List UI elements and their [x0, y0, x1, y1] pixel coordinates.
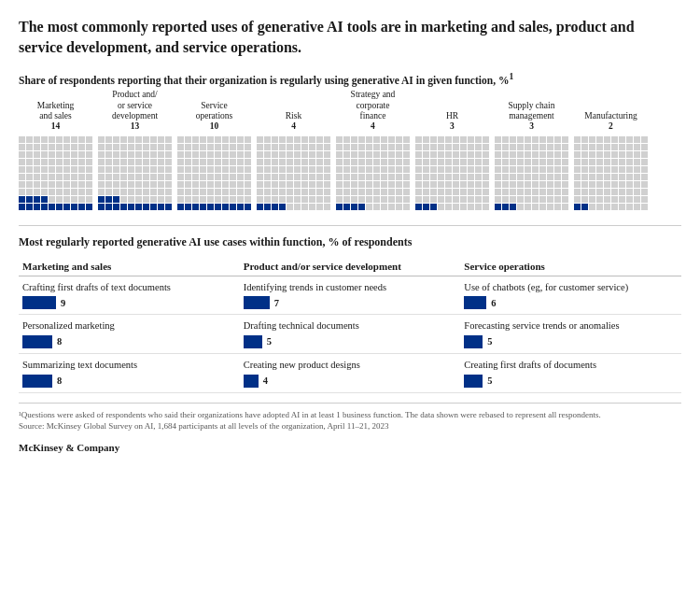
waffle-cell	[264, 151, 271, 158]
waffle-cell	[120, 189, 127, 195]
waffle-cell	[403, 204, 410, 210]
waffle-cell	[309, 144, 315, 150]
waffle-cell	[525, 166, 531, 173]
waffle-cell	[215, 136, 221, 143]
waffle-cell	[245, 144, 251, 150]
waffle-cell	[135, 174, 142, 180]
waffle-cell	[279, 159, 286, 165]
waffle-cell	[532, 166, 539, 173]
waffle-cell	[165, 181, 172, 188]
waffle-cell	[165, 204, 172, 210]
waffle-cell	[128, 189, 134, 195]
waffle-cell	[468, 151, 474, 158]
waffle-cell	[78, 144, 85, 150]
waffle-cell	[185, 181, 191, 188]
use-item: Creating new product designs4	[240, 354, 461, 393]
waffle-cell	[41, 159, 48, 165]
waffle-cell	[589, 189, 595, 195]
waffle-cell	[26, 174, 33, 180]
waffle-cell	[309, 151, 315, 158]
waffle-cell	[78, 166, 85, 173]
waffle-cell	[150, 181, 157, 188]
waffle-cell	[215, 204, 221, 210]
waffle-cell	[294, 144, 301, 150]
waffle-cell	[78, 204, 85, 210]
waffle-cell	[301, 166, 308, 173]
waffle-col: Risk4	[257, 111, 330, 210]
waffle-cell	[510, 189, 516, 195]
waffle-cell	[34, 196, 40, 203]
waffle-grid	[415, 136, 489, 210]
use-item: Identifying trends in customer needs7	[240, 276, 461, 316]
waffle-cell	[539, 174, 546, 180]
use-item-num: 5	[487, 375, 492, 386]
waffle-cell	[358, 196, 365, 203]
waffle-cell	[336, 144, 343, 150]
waffle-cell	[641, 151, 648, 158]
waffle-cell	[200, 174, 206, 180]
waffle-cell	[611, 189, 618, 195]
waffle-cell	[604, 181, 610, 188]
waffle-cell	[185, 136, 191, 143]
waffle-cell	[611, 136, 618, 143]
waffle-cell	[539, 196, 546, 203]
waffle-cell	[517, 196, 524, 203]
waffle-cell	[49, 174, 55, 180]
waffle-cell	[366, 166, 372, 173]
waffle-cell	[177, 166, 184, 173]
waffle-cell	[272, 144, 278, 150]
waffle-cell	[532, 144, 539, 150]
use-item-bar-row: 4	[244, 375, 454, 388]
use-item-bar	[22, 296, 56, 309]
waffle-cell	[105, 159, 112, 165]
waffle-cell	[78, 136, 85, 143]
waffle-cell	[63, 189, 70, 195]
waffle-cell	[294, 204, 301, 210]
waffle-cell	[460, 181, 467, 188]
waffle-cell	[634, 189, 640, 195]
waffle-cell	[634, 151, 640, 158]
waffle-cell	[272, 196, 278, 203]
waffle-cell	[135, 159, 142, 165]
waffle-cell	[34, 144, 40, 150]
waffle-cell	[445, 204, 452, 210]
waffle-cell	[423, 151, 429, 158]
waffle-cell	[245, 151, 251, 158]
waffle-cell	[257, 144, 263, 150]
waffle-cell	[366, 196, 372, 203]
waffle-cell	[165, 151, 172, 158]
waffle-cell	[71, 144, 77, 150]
waffle-cell	[113, 151, 119, 158]
waffle-cell	[215, 174, 221, 180]
waffle-cell	[309, 181, 315, 188]
waffle-cell	[574, 166, 581, 173]
waffle-cell	[581, 196, 588, 203]
waffle-cell	[19, 144, 25, 150]
waffle-cell	[324, 181, 330, 188]
waffle-cell	[475, 166, 482, 173]
waffle-cell	[381, 159, 387, 165]
waffle-cell	[532, 189, 539, 195]
waffle-cell	[502, 174, 509, 180]
waffle-cell	[611, 151, 618, 158]
waffle-grid	[257, 136, 330, 210]
waffle-cell	[468, 166, 474, 173]
waffle-cell	[373, 159, 380, 165]
waffle-cell	[105, 166, 112, 173]
waffle-cell	[301, 196, 308, 203]
waffle-cell	[604, 204, 610, 210]
waffle-cell	[430, 166, 437, 173]
waffle-cell	[547, 204, 553, 210]
waffle-cell	[143, 189, 149, 195]
waffle-cell	[430, 196, 437, 203]
waffle-cell	[192, 181, 199, 188]
use-item-bar	[244, 296, 270, 309]
waffle-cell	[86, 151, 92, 158]
waffle-cell	[415, 204, 422, 210]
waffle-cell	[192, 196, 199, 203]
waffle-cell	[26, 151, 33, 158]
waffle-cell	[264, 174, 271, 180]
waffle-cell	[381, 136, 387, 143]
waffle-cell	[56, 196, 63, 203]
waffle-cell	[532, 174, 539, 180]
